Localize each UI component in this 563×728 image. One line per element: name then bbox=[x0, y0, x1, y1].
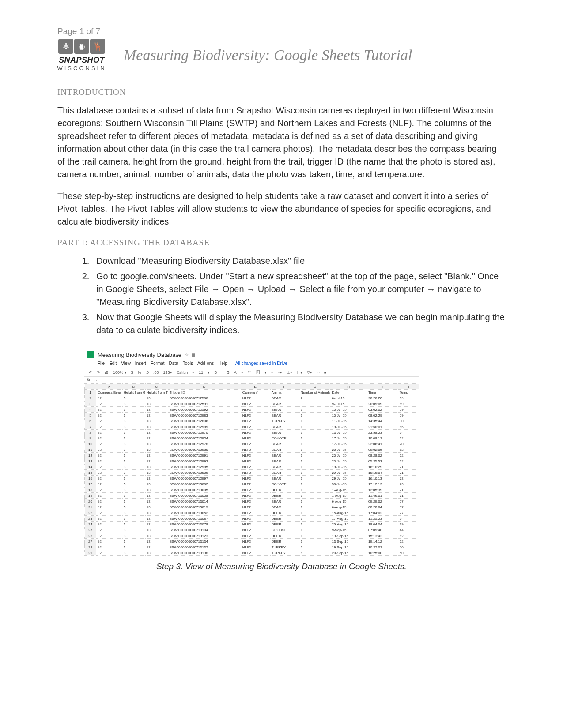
cell[interactable]: 1 bbox=[299, 476, 330, 481]
row-head[interactable]: 29 bbox=[85, 550, 96, 556]
cell[interactable]: 11-Jul-15 bbox=[330, 418, 367, 424]
cell[interactable]: 14:35:44 bbox=[367, 418, 398, 424]
cell[interactable]: NLF2 bbox=[241, 464, 270, 470]
cell[interactable]: 3 bbox=[122, 510, 145, 516]
cell[interactable]: 6-Jul-15 bbox=[330, 395, 367, 401]
toolbar-item-2[interactable]: 🖶 bbox=[104, 370, 110, 375]
cell[interactable]: 13 bbox=[145, 407, 168, 413]
cell[interactable]: 3 bbox=[299, 401, 330, 407]
cell[interactable]: 77 bbox=[398, 510, 419, 516]
header-cell[interactable]: Height from Ground bbox=[122, 390, 145, 395]
cell[interactable]: 16:10:29 bbox=[367, 464, 398, 470]
cell[interactable]: BEAR bbox=[270, 441, 299, 447]
cell[interactable]: SSWI000000000712500 bbox=[168, 395, 241, 401]
cell[interactable]: SSWI000000000713052 bbox=[168, 510, 241, 516]
cell[interactable]: SSWI000000000712992 bbox=[168, 458, 241, 464]
cell[interactable]: 07:09:48 bbox=[367, 527, 398, 533]
header-cell[interactable]: Number of Animals bbox=[299, 390, 330, 395]
toolbar-item-19[interactable]: 田 bbox=[255, 369, 261, 375]
header-cell[interactable]: Animal bbox=[270, 390, 299, 395]
cell[interactable]: 92 bbox=[96, 481, 122, 487]
toolbar-item-3[interactable]: 100% ▾ bbox=[112, 370, 128, 375]
cell[interactable]: SSWI000000000712991 bbox=[168, 453, 241, 458]
cell[interactable]: 69 bbox=[398, 401, 419, 407]
cell[interactable]: 92 bbox=[96, 539, 122, 544]
cell[interactable]: 09:02:05 bbox=[367, 447, 398, 453]
header-cell[interactable]: Height from Trail bbox=[145, 390, 168, 395]
cell[interactable]: 08:02:29 bbox=[367, 413, 398, 418]
cell[interactable]: 20:09:09 bbox=[367, 401, 398, 407]
cell[interactable]: 3 bbox=[122, 453, 145, 458]
cell[interactable]: 20-Jul-15 bbox=[330, 447, 367, 453]
cell[interactable]: 92 bbox=[96, 527, 122, 533]
cell[interactable]: NLF2 bbox=[241, 481, 270, 487]
cell[interactable]: 3 bbox=[122, 487, 145, 493]
cell[interactable]: 3 bbox=[122, 407, 145, 413]
cell[interactable]: 92 bbox=[96, 453, 122, 458]
row-head-1[interactable]: 1 bbox=[85, 390, 96, 395]
cell[interactable]: SSWI000000000713014 bbox=[168, 499, 241, 504]
cell[interactable]: DEER bbox=[270, 533, 299, 539]
col-A[interactable]: A bbox=[96, 384, 122, 390]
menu-insert[interactable]: Insert bbox=[135, 361, 146, 366]
menu-help[interactable]: Help bbox=[218, 361, 227, 366]
cell[interactable]: 92 bbox=[96, 476, 122, 481]
cell[interactable]: 1 bbox=[299, 430, 330, 435]
cell[interactable]: NLF2 bbox=[241, 539, 270, 544]
cell[interactable]: SSWI000000000713104 bbox=[168, 527, 241, 533]
cell[interactable]: 13 bbox=[145, 481, 168, 487]
cell[interactable]: 19-Sep-15 bbox=[330, 544, 367, 550]
cell[interactable]: NLF2 bbox=[241, 441, 270, 447]
cell[interactable]: SSWI000000000713123 bbox=[168, 533, 241, 539]
menu-format[interactable]: Format bbox=[151, 361, 165, 366]
cell[interactable]: 80 bbox=[398, 418, 419, 424]
cell[interactable]: 62 bbox=[398, 435, 419, 441]
cell[interactable]: SSWI000000000712978 bbox=[168, 441, 241, 447]
col-H[interactable]: H bbox=[330, 384, 367, 390]
row-head[interactable]: 13 bbox=[85, 458, 96, 464]
cell[interactable]: 16:10:13 bbox=[367, 476, 398, 481]
row-head[interactable]: 4 bbox=[85, 407, 96, 413]
cell[interactable]: 6 bbox=[299, 550, 330, 556]
cell[interactable]: 13-Sep-15 bbox=[330, 539, 367, 544]
cell[interactable]: BEAR bbox=[270, 476, 299, 481]
cell[interactable]: 3 bbox=[122, 395, 145, 401]
cell[interactable]: SSWI000000000712980 bbox=[168, 447, 241, 453]
cell[interactable]: 19-Jul-15 bbox=[330, 464, 367, 470]
header-cell[interactable]: Date bbox=[330, 390, 367, 395]
cell[interactable]: 1-Aug-15 bbox=[330, 493, 367, 499]
cell[interactable]: NLF2 bbox=[241, 527, 270, 533]
cell[interactable]: 1 bbox=[299, 464, 330, 470]
cell[interactable]: 13 bbox=[145, 516, 168, 522]
cell[interactable]: SSWI000000000712985 bbox=[168, 464, 241, 470]
toolbar-item-25[interactable]: ▽▾ bbox=[306, 370, 313, 375]
doc-title[interactable]: Measuring Biodiversity Database bbox=[98, 352, 181, 358]
cell[interactable]: 1 bbox=[299, 510, 330, 516]
toolbar-item-14[interactable]: I bbox=[220, 370, 223, 375]
cell[interactable]: 92 bbox=[96, 395, 122, 401]
cell[interactable]: 20:20:28 bbox=[367, 395, 398, 401]
cell[interactable]: 1 bbox=[299, 458, 330, 464]
cell[interactable]: 18:04:04 bbox=[367, 522, 398, 527]
cell[interactable]: DEER bbox=[270, 493, 299, 499]
cell[interactable]: 92 bbox=[96, 544, 122, 550]
cell[interactable]: 05:25:53 bbox=[367, 458, 398, 464]
cell[interactable]: 64 bbox=[398, 516, 419, 522]
cell[interactable]: 62 bbox=[398, 453, 419, 458]
cell[interactable]: 13 bbox=[145, 441, 168, 447]
row-head[interactable]: 16 bbox=[85, 476, 96, 481]
cell[interactable]: SSWI000000000712970 bbox=[168, 430, 241, 435]
cell[interactable]: 57 bbox=[398, 499, 419, 504]
toolbar-item-20[interactable]: ▾ bbox=[264, 370, 268, 375]
cell[interactable]: 62 bbox=[398, 458, 419, 464]
cell[interactable]: 13 bbox=[145, 458, 168, 464]
cell[interactable]: 62 bbox=[398, 539, 419, 544]
cell[interactable]: 13 bbox=[145, 544, 168, 550]
cell[interactable]: 15-Aug-15 bbox=[330, 510, 367, 516]
cell[interactable]: NLF2 bbox=[241, 458, 270, 464]
cell[interactable]: 59 bbox=[398, 413, 419, 418]
cell[interactable]: 1 bbox=[299, 413, 330, 418]
row-head[interactable]: 10 bbox=[85, 441, 96, 447]
cell[interactable]: 13 bbox=[145, 550, 168, 556]
cell[interactable]: 09:29:02 bbox=[367, 499, 398, 504]
